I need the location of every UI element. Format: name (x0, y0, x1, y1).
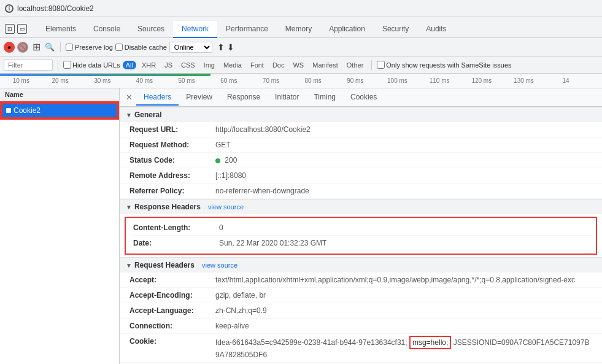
separator-3 (371, 60, 372, 70)
devtools-left-icons: ⊡ ▭ (0, 20, 32, 37)
timeline-bar: 10 ms 20 ms 30 ms 40 ms 50 ms 60 ms 70 m… (0, 74, 602, 88)
preserve-log-label[interactable]: Preserve log (66, 44, 113, 51)
filter-tag-js[interactable]: JS (161, 61, 176, 69)
device-icon[interactable]: ▭ (17, 24, 27, 34)
request-item-icon (6, 108, 11, 113)
filter-tag-xhr[interactable]: XHR (139, 61, 159, 69)
cookie-val: Idea-661643a5=c942589e-0238-41af-b944-97… (215, 336, 592, 360)
tab-console[interactable]: Console (85, 21, 129, 38)
tick-90ms: 90 ms (347, 77, 363, 84)
main-layout: Name Cookie2 ✕ Headers Preview Response … (0, 88, 602, 364)
sub-tab-headers[interactable]: Headers (136, 90, 179, 106)
tab-application[interactable]: Application (320, 21, 374, 38)
tab-security[interactable]: Security (374, 21, 417, 38)
content-length-row: Content-Length: 0 (131, 220, 591, 236)
filter-row: Hide data URLs All XHR JS CSS Img Media … (0, 56, 602, 74)
tick-120ms: 120 ms (471, 77, 492, 84)
accept-val: text/html,application/xhtml+xml,applicat… (215, 274, 575, 285)
filter-input[interactable] (4, 60, 53, 71)
remote-address-val: [::1]:8080 (215, 170, 246, 181)
filter-tag-manifest[interactable]: Manifest (309, 61, 341, 69)
hide-data-urls-checkbox[interactable] (63, 61, 71, 69)
cookie-val-prefix: Idea-661643a5=c942589e-0238-41af-b944-97… (215, 338, 409, 347)
date-val: Sun, 22 Mar 2020 01:32:23 GMT (219, 238, 326, 249)
request-method-row: Request Method: GET (120, 137, 602, 153)
filter-tag-img[interactable]: Img (201, 61, 218, 69)
status-code-key: Status Code: (129, 155, 215, 166)
disable-cache-label[interactable]: Disable cache (115, 44, 167, 51)
disable-cache-text: Disable cache (125, 44, 167, 51)
tab-network[interactable]: Network (173, 21, 217, 38)
accept-encoding-val: gzip, deflate, br (215, 290, 266, 301)
tick-60ms: 60 ms (220, 77, 237, 84)
date-key: Date: (133, 238, 219, 249)
timeline-progress (0, 74, 210, 76)
request-headers-view-source[interactable]: view source (202, 261, 237, 269)
filter-tag-media[interactable]: Media (220, 61, 245, 69)
general-triangle: ▼ (126, 112, 132, 118)
sub-tab-preview[interactable]: Preview (179, 90, 220, 106)
filter-tag-font[interactable]: Font (247, 61, 267, 69)
filter-tag-other[interactable]: Other (344, 61, 367, 69)
title-bar-url: localhost:8080/Cookie2 (17, 4, 94, 13)
sub-tab-initiator[interactable]: Initiator (268, 90, 306, 106)
right-panel: ✕ Headers Preview Response Initiator Tim… (120, 88, 602, 364)
info-icon: i (5, 4, 14, 13)
search-button[interactable]: 🔍 (44, 42, 55, 53)
tick-14x: 14 (563, 77, 569, 84)
request-headers-title: Request Headers (134, 261, 195, 269)
tick-130ms: 130 ms (514, 77, 534, 84)
tab-audits[interactable]: Audits (417, 21, 455, 38)
throttle-select[interactable]: Online Offline Fast 3G Slow 3G (169, 42, 212, 53)
filter-button[interactable]: ⊞ (31, 42, 42, 53)
tick-70ms: 70 ms (263, 77, 279, 84)
tab-sources[interactable]: Sources (129, 21, 173, 38)
close-panel-button[interactable]: ✕ (122, 93, 136, 102)
sub-tab-timing[interactable]: Timing (306, 90, 343, 106)
content-area: ▼ General Request URL: http://localhost:… (120, 107, 602, 364)
clear-button[interactable]: 🚫 (17, 42, 28, 53)
sub-tab-cookies[interactable]: Cookies (343, 90, 384, 106)
filter-tag-doc[interactable]: Doc (269, 61, 288, 69)
accept-language-val: zh-CN,zh;q=0.9 (215, 305, 267, 316)
tab-performance[interactable]: Performance (217, 21, 277, 38)
record-button[interactable]: ● (4, 42, 15, 53)
tab-memory[interactable]: Memory (277, 21, 320, 38)
only-samesite-label[interactable]: Only show requests with SameSite issues (377, 61, 511, 69)
export-icon[interactable]: ⬇ (227, 42, 234, 52)
only-samesite-text: Only show requests with SameSite issues (386, 61, 511, 69)
request-item-name: Cookie2 (14, 106, 41, 115)
connection-key: Connection: (129, 320, 215, 331)
separator-1 (60, 42, 61, 52)
accept-key: Accept: (129, 274, 215, 285)
general-section-header: ▼ General (120, 107, 602, 122)
cookie-val-highlight: msg=hello; (409, 336, 451, 349)
sub-tab-response[interactable]: Response (220, 90, 268, 106)
filter-tag-all[interactable]: All (123, 61, 136, 69)
response-headers-title: Response Headers (134, 203, 201, 211)
request-list: Cookie2 (0, 101, 119, 120)
tick-30ms: 30 ms (94, 77, 110, 84)
request-headers-triangle: ▼ (126, 262, 132, 269)
tick-20ms: 20 ms (52, 77, 68, 84)
sub-tabs: ✕ Headers Preview Response Initiator Tim… (120, 88, 602, 107)
only-samesite-checkbox[interactable] (377, 61, 385, 69)
preserve-log-checkbox[interactable] (66, 44, 73, 51)
tick-110ms: 110 ms (430, 77, 450, 84)
request-item-cookie2[interactable]: Cookie2 (1, 103, 118, 118)
hide-data-urls-label[interactable]: Hide data URLs (63, 61, 120, 69)
tab-elements[interactable]: Elements (37, 21, 85, 38)
inspect-icon[interactable]: ⊡ (5, 24, 15, 34)
response-headers-view-source[interactable]: view source (208, 203, 244, 211)
general-title: General (134, 110, 162, 119)
disable-cache-checkbox[interactable] (115, 44, 123, 51)
filter-tag-css[interactable]: CSS (178, 61, 198, 69)
tick-50ms: 50 ms (178, 77, 195, 84)
left-panel-header: Name (0, 88, 119, 101)
hide-data-urls-text: Hide data URLs (72, 61, 120, 69)
filter-tag-ws[interactable]: WS (290, 61, 307, 69)
left-panel: Name Cookie2 (0, 88, 120, 364)
content-length-val: 0 (219, 222, 223, 233)
import-icon[interactable]: ⬆ (217, 42, 225, 52)
separator-2 (58, 60, 58, 70)
